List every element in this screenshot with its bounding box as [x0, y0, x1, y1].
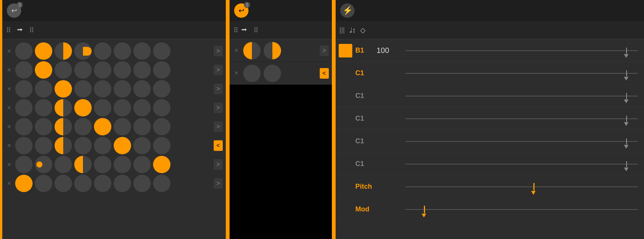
right-row0-slider[interactable]: [405, 50, 638, 51]
left-dot-6-2[interactable]: [55, 156, 72, 173]
left-dot-7-5[interactable]: [114, 175, 131, 192]
mid-dot-2-2[interactable]: [264, 65, 281, 82]
right-bars-icon[interactable]: |||: [339, 26, 345, 34]
left-dot-5-4[interactable]: [94, 137, 111, 154]
left-row2-arrow[interactable]: >: [214, 84, 223, 94]
left-dot-3-5[interactable]: [114, 99, 131, 116]
right-row7-slider[interactable]: [405, 209, 638, 210]
right-note-icon[interactable]: ♩↕: [349, 26, 356, 34]
left-dots-icon[interactable]: ⠿: [6, 26, 11, 34]
left-undo-icon[interactable]: ↩ 2: [7, 3, 21, 18]
left-grid-icon[interactable]: ⠿: [29, 26, 34, 34]
left-dot-1-0[interactable]: [15, 61, 33, 79]
left-dot-7-7[interactable]: [153, 175, 170, 192]
left-dot-5-3[interactable]: [74, 137, 92, 154]
left-dot-4-6[interactable]: [133, 118, 151, 135]
left-dot-6-6[interactable]: [133, 156, 151, 173]
left-dot-5-2[interactable]: [55, 137, 72, 154]
mid-undo-icon[interactable]: ↩ 2: [234, 3, 249, 18]
left-dot-4-4[interactable]: [94, 118, 111, 135]
mid-dot-2-1[interactable]: [243, 65, 261, 82]
left-dot-4-3[interactable]: [74, 118, 92, 135]
left-dot-1-3[interactable]: [74, 61, 92, 79]
left-dot-0-7[interactable]: [153, 42, 170, 60]
right-row6-slider[interactable]: [405, 186, 638, 187]
left-dot-2-6[interactable]: [133, 80, 151, 98]
left-dot-2-0[interactable]: [15, 80, 33, 98]
mid-grid-icon[interactable]: ⠿: [253, 26, 258, 34]
left-dot-3-0[interactable]: [15, 99, 33, 116]
left-dot-2-2[interactable]: [55, 80, 72, 98]
left-dot-7-4[interactable]: [94, 175, 111, 192]
left-row6-x[interactable]: ×: [5, 161, 13, 169]
left-dot-5-5[interactable]: [114, 137, 131, 154]
left-row0-arrow[interactable]: >: [214, 46, 223, 56]
left-dot-0-5[interactable]: [114, 42, 131, 60]
left-dot-0-2[interactable]: [55, 42, 72, 60]
left-dot-3-7[interactable]: [153, 99, 170, 116]
left-dot-1-4[interactable]: [94, 61, 111, 79]
left-row5-arrow[interactable]: <: [214, 140, 223, 151]
left-row4-arrow[interactable]: >: [214, 121, 223, 132]
left-dot-6-4[interactable]: [94, 156, 111, 173]
left-row1-arrow[interactable]: >: [214, 65, 223, 75]
mid-row2-x[interactable]: ×: [233, 69, 240, 77]
left-dot-7-1[interactable]: [35, 175, 52, 192]
left-dot-5-0[interactable]: [15, 137, 33, 154]
left-dot-2-7[interactable]: [153, 80, 170, 98]
left-dot-2-3[interactable]: [74, 80, 92, 98]
left-row5-x[interactable]: ×: [5, 142, 13, 150]
left-dot-4-0[interactable]: [15, 118, 33, 135]
left-dot-1-5[interactable]: [114, 61, 131, 79]
mid-dot-1-2[interactable]: [264, 42, 281, 59]
right-row3-slider[interactable]: [405, 118, 638, 119]
left-dir-icon[interactable]: ⮕: [17, 27, 23, 34]
left-dot-6-7[interactable]: [153, 156, 170, 173]
left-dot-7-3[interactable]: [74, 175, 92, 192]
right-row4-slider[interactable]: [405, 141, 638, 142]
left-dot-6-3[interactable]: [74, 156, 92, 173]
left-dot-1-7[interactable]: [153, 61, 170, 79]
left-row7-arrow[interactable]: >: [214, 178, 223, 189]
left-dot-1-2[interactable]: [55, 61, 72, 79]
left-dot-4-5[interactable]: [114, 118, 131, 135]
left-row1-x[interactable]: ×: [5, 66, 13, 74]
right-row0-value[interactable]: 100: [377, 46, 399, 55]
left-dot-5-1[interactable]: [35, 137, 52, 154]
left-dot-0-0[interactable]: [15, 42, 33, 60]
left-dot-3-2[interactable]: [55, 99, 72, 116]
left-row4-x[interactable]: ×: [5, 123, 13, 131]
right-diamond-icon[interactable]: ◇: [360, 26, 366, 34]
left-dot-1-1[interactable]: [35, 61, 52, 79]
left-row6-arrow[interactable]: >: [214, 159, 223, 170]
mid-row2-arrow[interactable]: <: [320, 68, 329, 79]
right-lightning-icon[interactable]: ⚡: [340, 3, 355, 18]
left-row3-x[interactable]: ×: [5, 104, 13, 112]
mid-row1-x[interactable]: ×: [233, 47, 240, 54]
left-dot-1-6[interactable]: [133, 61, 151, 79]
left-dot-6-0[interactable]: [15, 156, 33, 173]
right-row2-slider[interactable]: [405, 96, 638, 96]
right-row1-slider[interactable]: [405, 73, 638, 74]
left-dot-0-6[interactable]: [133, 42, 151, 60]
left-row3-arrow[interactable]: >: [214, 102, 223, 113]
right-row5-slider[interactable]: [405, 164, 638, 165]
left-dot-4-7[interactable]: [153, 118, 170, 135]
left-dot-4-1[interactable]: [35, 118, 52, 135]
left-dot-3-4[interactable]: [94, 99, 111, 116]
left-dot-2-4[interactable]: [94, 80, 111, 98]
left-dot-0-4[interactable]: [94, 42, 111, 60]
left-dot-3-1[interactable]: [35, 99, 52, 116]
mid-dots-icon[interactable]: ⠿: [233, 26, 238, 34]
left-dot-7-6[interactable]: [133, 175, 151, 192]
left-dot-2-5[interactable]: [114, 80, 131, 98]
left-dot-3-6[interactable]: [133, 99, 151, 116]
mid-dir-icon[interactable]: ⮕: [241, 27, 247, 34]
left-row0-x[interactable]: ×: [5, 47, 13, 55]
left-dot-5-6[interactable]: [133, 137, 151, 154]
left-dot-6-5[interactable]: [114, 156, 131, 173]
left-dot-4-2[interactable]: [55, 118, 72, 135]
left-dot-7-0[interactable]: [15, 175, 33, 192]
left-row2-x[interactable]: ×: [5, 85, 13, 93]
left-dot-5-7[interactable]: [153, 137, 170, 154]
